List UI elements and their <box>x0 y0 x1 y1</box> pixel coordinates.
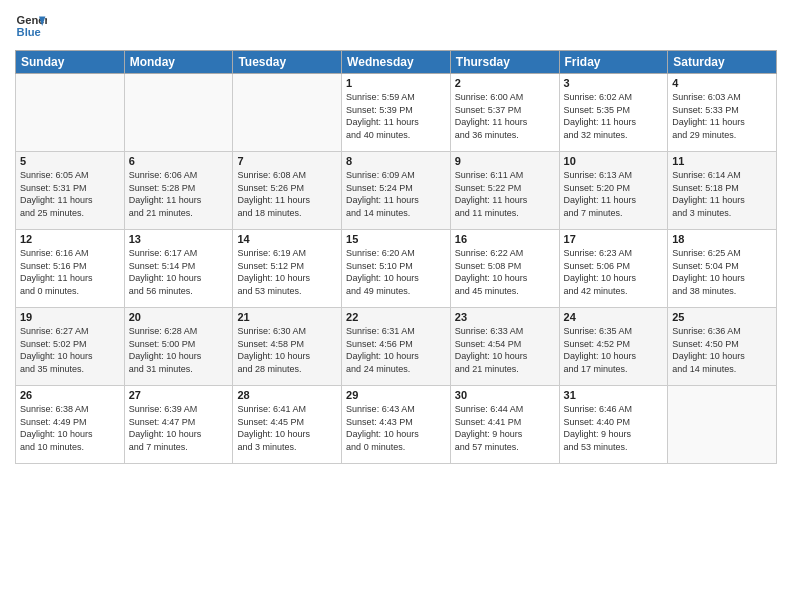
calendar-cell: 15Sunrise: 6:20 AM Sunset: 5:10 PM Dayli… <box>342 230 451 308</box>
day-info: Sunrise: 6:31 AM Sunset: 4:56 PM Dayligh… <box>346 325 446 375</box>
day-number: 19 <box>20 311 120 323</box>
day-number: 4 <box>672 77 772 89</box>
day-number: 11 <box>672 155 772 167</box>
calendar-week-4: 19Sunrise: 6:27 AM Sunset: 5:02 PM Dayli… <box>16 308 777 386</box>
calendar-cell: 2Sunrise: 6:00 AM Sunset: 5:37 PM Daylig… <box>450 74 559 152</box>
day-info: Sunrise: 6:17 AM Sunset: 5:14 PM Dayligh… <box>129 247 229 297</box>
calendar-cell: 24Sunrise: 6:35 AM Sunset: 4:52 PM Dayli… <box>559 308 668 386</box>
day-info: Sunrise: 6:28 AM Sunset: 5:00 PM Dayligh… <box>129 325 229 375</box>
day-info: Sunrise: 6:19 AM Sunset: 5:12 PM Dayligh… <box>237 247 337 297</box>
day-info: Sunrise: 6:22 AM Sunset: 5:08 PM Dayligh… <box>455 247 555 297</box>
col-header-thursday: Thursday <box>450 51 559 74</box>
col-header-sunday: Sunday <box>16 51 125 74</box>
day-info: Sunrise: 6:35 AM Sunset: 4:52 PM Dayligh… <box>564 325 664 375</box>
calendar-cell: 10Sunrise: 6:13 AM Sunset: 5:20 PM Dayli… <box>559 152 668 230</box>
calendar-cell: 18Sunrise: 6:25 AM Sunset: 5:04 PM Dayli… <box>668 230 777 308</box>
calendar-cell <box>233 74 342 152</box>
day-number: 31 <box>564 389 664 401</box>
calendar-cell: 3Sunrise: 6:02 AM Sunset: 5:35 PM Daylig… <box>559 74 668 152</box>
calendar-table: SundayMondayTuesdayWednesdayThursdayFrid… <box>15 50 777 464</box>
calendar-cell <box>124 74 233 152</box>
calendar-cell: 31Sunrise: 6:46 AM Sunset: 4:40 PM Dayli… <box>559 386 668 464</box>
day-number: 1 <box>346 77 446 89</box>
calendar-cell: 4Sunrise: 6:03 AM Sunset: 5:33 PM Daylig… <box>668 74 777 152</box>
col-header-friday: Friday <box>559 51 668 74</box>
day-info: Sunrise: 6:02 AM Sunset: 5:35 PM Dayligh… <box>564 91 664 141</box>
day-info: Sunrise: 6:09 AM Sunset: 5:24 PM Dayligh… <box>346 169 446 219</box>
day-info: Sunrise: 6:11 AM Sunset: 5:22 PM Dayligh… <box>455 169 555 219</box>
calendar-cell: 26Sunrise: 6:38 AM Sunset: 4:49 PM Dayli… <box>16 386 125 464</box>
day-number: 15 <box>346 233 446 245</box>
calendar-cell: 8Sunrise: 6:09 AM Sunset: 5:24 PM Daylig… <box>342 152 451 230</box>
calendar-cell: 29Sunrise: 6:43 AM Sunset: 4:43 PM Dayli… <box>342 386 451 464</box>
day-info: Sunrise: 6:05 AM Sunset: 5:31 PM Dayligh… <box>20 169 120 219</box>
day-info: Sunrise: 5:59 AM Sunset: 5:39 PM Dayligh… <box>346 91 446 141</box>
svg-text:Blue: Blue <box>17 26 41 38</box>
calendar-header-row: SundayMondayTuesdayWednesdayThursdayFrid… <box>16 51 777 74</box>
logo: General Blue <box>15 10 51 42</box>
day-number: 20 <box>129 311 229 323</box>
day-info: Sunrise: 6:00 AM Sunset: 5:37 PM Dayligh… <box>455 91 555 141</box>
col-header-wednesday: Wednesday <box>342 51 451 74</box>
day-number: 26 <box>20 389 120 401</box>
calendar-cell: 13Sunrise: 6:17 AM Sunset: 5:14 PM Dayli… <box>124 230 233 308</box>
calendar-cell: 11Sunrise: 6:14 AM Sunset: 5:18 PM Dayli… <box>668 152 777 230</box>
calendar-cell: 12Sunrise: 6:16 AM Sunset: 5:16 PM Dayli… <box>16 230 125 308</box>
calendar-cell: 23Sunrise: 6:33 AM Sunset: 4:54 PM Dayli… <box>450 308 559 386</box>
day-number: 24 <box>564 311 664 323</box>
day-number: 13 <box>129 233 229 245</box>
col-header-monday: Monday <box>124 51 233 74</box>
calendar-cell: 19Sunrise: 6:27 AM Sunset: 5:02 PM Dayli… <box>16 308 125 386</box>
calendar-week-2: 5Sunrise: 6:05 AM Sunset: 5:31 PM Daylig… <box>16 152 777 230</box>
day-number: 10 <box>564 155 664 167</box>
day-number: 17 <box>564 233 664 245</box>
day-info: Sunrise: 6:13 AM Sunset: 5:20 PM Dayligh… <box>564 169 664 219</box>
calendar-cell <box>16 74 125 152</box>
calendar-cell: 30Sunrise: 6:44 AM Sunset: 4:41 PM Dayli… <box>450 386 559 464</box>
day-info: Sunrise: 6:16 AM Sunset: 5:16 PM Dayligh… <box>20 247 120 297</box>
day-number: 12 <box>20 233 120 245</box>
logo-icon: General Blue <box>15 10 47 42</box>
calendar-cell: 7Sunrise: 6:08 AM Sunset: 5:26 PM Daylig… <box>233 152 342 230</box>
day-info: Sunrise: 6:23 AM Sunset: 5:06 PM Dayligh… <box>564 247 664 297</box>
day-number: 2 <box>455 77 555 89</box>
day-info: Sunrise: 6:25 AM Sunset: 5:04 PM Dayligh… <box>672 247 772 297</box>
day-info: Sunrise: 6:14 AM Sunset: 5:18 PM Dayligh… <box>672 169 772 219</box>
day-number: 30 <box>455 389 555 401</box>
day-number: 25 <box>672 311 772 323</box>
day-info: Sunrise: 6:46 AM Sunset: 4:40 PM Dayligh… <box>564 403 664 453</box>
col-header-saturday: Saturday <box>668 51 777 74</box>
col-header-tuesday: Tuesday <box>233 51 342 74</box>
day-info: Sunrise: 6:03 AM Sunset: 5:33 PM Dayligh… <box>672 91 772 141</box>
day-info: Sunrise: 6:38 AM Sunset: 4:49 PM Dayligh… <box>20 403 120 453</box>
day-number: 23 <box>455 311 555 323</box>
calendar-cell: 14Sunrise: 6:19 AM Sunset: 5:12 PM Dayli… <box>233 230 342 308</box>
day-number: 29 <box>346 389 446 401</box>
day-info: Sunrise: 6:30 AM Sunset: 4:58 PM Dayligh… <box>237 325 337 375</box>
calendar-week-5: 26Sunrise: 6:38 AM Sunset: 4:49 PM Dayli… <box>16 386 777 464</box>
day-number: 16 <box>455 233 555 245</box>
calendar-cell: 6Sunrise: 6:06 AM Sunset: 5:28 PM Daylig… <box>124 152 233 230</box>
day-number: 3 <box>564 77 664 89</box>
day-number: 27 <box>129 389 229 401</box>
day-number: 8 <box>346 155 446 167</box>
day-info: Sunrise: 6:44 AM Sunset: 4:41 PM Dayligh… <box>455 403 555 453</box>
calendar-cell: 5Sunrise: 6:05 AM Sunset: 5:31 PM Daylig… <box>16 152 125 230</box>
calendar-cell: 25Sunrise: 6:36 AM Sunset: 4:50 PM Dayli… <box>668 308 777 386</box>
calendar-cell: 17Sunrise: 6:23 AM Sunset: 5:06 PM Dayli… <box>559 230 668 308</box>
day-info: Sunrise: 6:36 AM Sunset: 4:50 PM Dayligh… <box>672 325 772 375</box>
day-number: 6 <box>129 155 229 167</box>
calendar-cell: 1Sunrise: 5:59 AM Sunset: 5:39 PM Daylig… <box>342 74 451 152</box>
calendar-week-3: 12Sunrise: 6:16 AM Sunset: 5:16 PM Dayli… <box>16 230 777 308</box>
calendar-cell: 21Sunrise: 6:30 AM Sunset: 4:58 PM Dayli… <box>233 308 342 386</box>
day-number: 18 <box>672 233 772 245</box>
day-info: Sunrise: 6:06 AM Sunset: 5:28 PM Dayligh… <box>129 169 229 219</box>
day-info: Sunrise: 6:27 AM Sunset: 5:02 PM Dayligh… <box>20 325 120 375</box>
calendar-cell: 27Sunrise: 6:39 AM Sunset: 4:47 PM Dayli… <box>124 386 233 464</box>
day-info: Sunrise: 6:41 AM Sunset: 4:45 PM Dayligh… <box>237 403 337 453</box>
calendar-cell: 9Sunrise: 6:11 AM Sunset: 5:22 PM Daylig… <box>450 152 559 230</box>
day-number: 14 <box>237 233 337 245</box>
day-number: 22 <box>346 311 446 323</box>
day-number: 5 <box>20 155 120 167</box>
day-info: Sunrise: 6:08 AM Sunset: 5:26 PM Dayligh… <box>237 169 337 219</box>
